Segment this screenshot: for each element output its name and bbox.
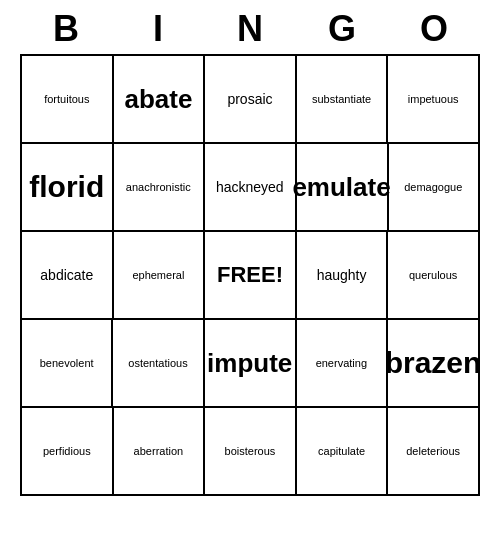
bingo-cell: perfidious — [22, 408, 114, 496]
bingo-cell: enervating — [297, 320, 388, 408]
bingo-cell: emulate — [297, 144, 389, 232]
header-letter: B — [22, 8, 110, 50]
bingo-cell: haughty — [297, 232, 389, 320]
header-letter: I — [114, 8, 202, 50]
bingo-cell: demagogue — [389, 144, 481, 232]
header-letter: N — [206, 8, 294, 50]
bingo-row: perfidiousaberrationboisterouscapitulate… — [22, 408, 480, 496]
bingo-cell: aberration — [114, 408, 206, 496]
bingo-cell: florid — [22, 144, 114, 232]
bingo-cell: prosaic — [205, 56, 297, 144]
header-letter: O — [390, 8, 478, 50]
bingo-cell: abdicate — [22, 232, 114, 320]
bingo-cell: ostentatious — [113, 320, 204, 408]
bingo-grid: fortuitousabateprosaicsubstantiateimpetu… — [20, 54, 480, 496]
bingo-cell: abate — [114, 56, 206, 144]
bingo-cell: benevolent — [22, 320, 113, 408]
bingo-cell: hackneyed — [205, 144, 297, 232]
bingo-row: benevolentostentatiousimputeenervatingbr… — [22, 320, 480, 408]
bingo-header: BINGO — [20, 0, 480, 54]
bingo-row: abdicateephemeralFREE!haughtyquerulous — [22, 232, 480, 320]
bingo-cell: boisterous — [205, 408, 297, 496]
bingo-cell: querulous — [388, 232, 480, 320]
bingo-cell: substantiate — [297, 56, 389, 144]
header-letter: G — [298, 8, 386, 50]
bingo-cell: brazen — [388, 320, 480, 408]
bingo-row: fortuitousabateprosaicsubstantiateimpetu… — [22, 56, 480, 144]
bingo-cell: ephemeral — [114, 232, 206, 320]
bingo-cell: impute — [205, 320, 297, 408]
bingo-cell: fortuitous — [22, 56, 114, 144]
bingo-cell: deleterious — [388, 408, 480, 496]
bingo-cell: anachronistic — [114, 144, 206, 232]
bingo-cell: capitulate — [297, 408, 389, 496]
bingo-row: floridanachronistichackneyedemulatedemag… — [22, 144, 480, 232]
bingo-cell: FREE! — [205, 232, 297, 320]
bingo-cell: impetuous — [388, 56, 480, 144]
